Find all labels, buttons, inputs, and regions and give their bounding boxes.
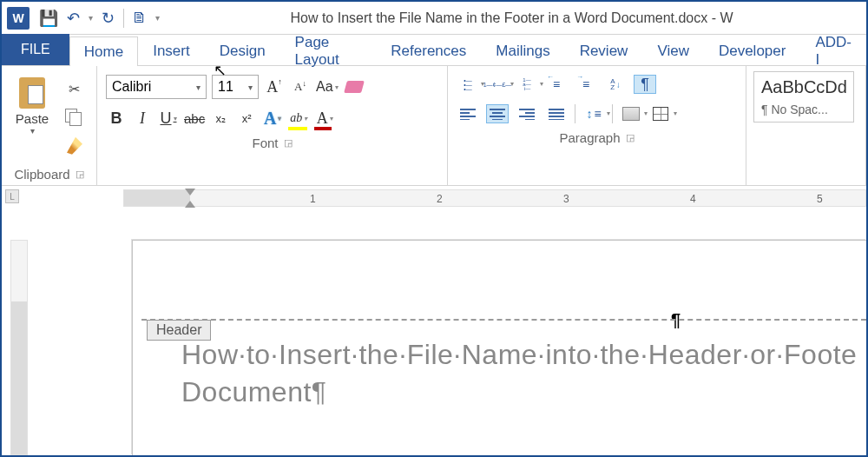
indent-marker-icon[interactable] — [185, 189, 195, 208]
undo-icon[interactable]: ↶ — [61, 6, 85, 30]
font-size-input[interactable] — [213, 76, 242, 98]
font-color-icon[interactable]: A▾ — [314, 108, 335, 129]
style-name-label: ¶ No Spac... — [761, 103, 846, 116]
strikethrough-button[interactable]: abc — [184, 108, 205, 129]
justify-icon[interactable] — [545, 104, 568, 123]
ribbon-tabs: FILE Home Insert Design Page Layout Refe… — [2, 35, 866, 66]
tab-developer[interactable]: Developer — [704, 36, 801, 65]
group-styles: AaBbCcDd ¶ No Spac... — [746, 66, 866, 185]
font-name-combo[interactable]: ▾ — [106, 75, 207, 99]
redo-icon[interactable]: ↻ — [95, 6, 120, 30]
tab-view[interactable]: View — [642, 36, 704, 65]
show-hide-pilcrow-button[interactable]: ¶ — [634, 75, 656, 94]
align-left-icon[interactable] — [457, 104, 479, 123]
tab-mailings[interactable]: Mailings — [481, 36, 564, 65]
window-title: How to Insert the File Name in the Foote… — [162, 10, 861, 26]
header-boundary: Header — [141, 319, 866, 321]
header-line-2: Document¶ — [181, 374, 866, 411]
header-text[interactable]: How·to·Insert·the·File·Name·into·the·Hea… — [181, 336, 866, 411]
increase-indent-icon[interactable] — [575, 75, 597, 94]
save-icon[interactable]: 💾 — [36, 6, 61, 30]
bullets-icon[interactable]: ▾ — [457, 75, 479, 94]
qat-customize-icon[interactable]: ▾ — [152, 6, 162, 30]
copy-icon[interactable] — [62, 106, 85, 129]
superscript-button[interactable]: x — [236, 108, 257, 129]
ruler-tick: 3 — [563, 193, 569, 205]
new-doc-icon[interactable]: 🗎 — [128, 6, 152, 30]
font-size-dropdown-icon[interactable]: ▾ — [242, 83, 258, 92]
undo-dropdown-icon[interactable]: ▾ — [85, 6, 95, 30]
format-painter-icon[interactable] — [62, 135, 85, 157]
cut-icon[interactable]: ✂ — [62, 77, 85, 100]
header-line-1: How·to·Insert·the·File·Name·into·the·Hea… — [181, 336, 866, 374]
text-effects-icon[interactable]: A▾ — [262, 108, 283, 129]
qat-separator — [123, 9, 124, 28]
document-page[interactable]: ¶ Header How·to·Insert·the·File·Name·int… — [132, 240, 866, 455]
shading-icon[interactable]: ▾ — [620, 104, 642, 123]
ruler-top-margin — [11, 301, 27, 454]
font-name-input[interactable] — [107, 76, 190, 98]
ruler-tick: 5 — [817, 193, 823, 205]
ruler-tick: 4 — [690, 193, 696, 205]
group-paragraph: ▾ ▾ ▾ ¶ ▾ ▾ ▾ Paragraph ◲ — [448, 66, 746, 185]
clear-formatting-icon[interactable] — [344, 76, 365, 97]
change-case-label: Aa — [316, 79, 333, 95]
tab-file[interactable]: FILE — [2, 34, 69, 65]
group-label-clipboard: Clipboard — [14, 167, 69, 182]
tab-review[interactable]: Review — [565, 36, 643, 65]
tab-references[interactable]: References — [376, 36, 481, 65]
change-case-button[interactable]: Aa▾ — [316, 76, 339, 97]
paste-button[interactable]: Paste ▾ — [7, 70, 57, 165]
workspace: L 1 2 3 4 5 ¶ Header How·to·Insert·the·F… — [2, 188, 866, 455]
word-app-icon: W — [7, 7, 30, 30]
tab-design[interactable]: Design — [205, 36, 280, 65]
tab-page-layout[interactable]: Page Layout — [280, 36, 377, 65]
paste-icon — [17, 75, 47, 109]
vertical-ruler[interactable] — [10, 240, 28, 455]
group-font: ▾ ▾ A A Aa▾ B I U▾ abc x x A▾ ab▾ — [97, 66, 448, 185]
line-spacing-icon[interactable]: ▾ — [582, 104, 605, 123]
decrease-indent-icon[interactable] — [545, 75, 568, 94]
group-label-paragraph: Paragraph — [559, 130, 620, 145]
grow-font-icon[interactable]: A — [264, 76, 285, 97]
multilevel-list-icon[interactable]: ▾ — [516, 75, 538, 94]
group-label-font: Font — [252, 136, 278, 150]
horizontal-ruler[interactable]: 1 2 3 4 5 — [123, 189, 866, 207]
sort-icon[interactable] — [604, 75, 627, 94]
tab-insert[interactable]: Insert — [138, 36, 205, 65]
ruler-left-margin — [124, 190, 190, 206]
ruler-tick: 2 — [437, 193, 443, 205]
paste-dropdown-icon[interactable]: ▾ — [30, 126, 35, 136]
group-clipboard: Paste ▾ ✂ Clipboard ◲ — [2, 66, 97, 185]
underline-button[interactable]: U▾ — [158, 108, 179, 129]
numbering-icon[interactable]: ▾ — [486, 75, 509, 94]
style-sample-text: AaBbCcDd — [761, 77, 846, 97]
bold-button[interactable]: B — [106, 108, 127, 129]
paste-label: Paste — [16, 111, 49, 126]
highlight-color-icon[interactable]: ab▾ — [288, 108, 309, 129]
align-center-icon[interactable] — [486, 104, 509, 123]
clipboard-launcher-icon[interactable]: ◲ — [76, 169, 84, 180]
style-no-spacing[interactable]: AaBbCcDd ¶ No Spac... — [753, 71, 854, 123]
font-launcher-icon[interactable]: ◲ — [284, 137, 293, 149]
subscript-button[interactable]: x — [210, 108, 231, 129]
font-size-combo[interactable]: ▾ — [212, 75, 259, 99]
shrink-font-icon[interactable]: A — [290, 76, 311, 97]
font-name-dropdown-icon[interactable]: ▾ — [190, 83, 206, 92]
italic-button[interactable]: I — [132, 108, 153, 129]
tab-selector-icon[interactable]: L — [5, 189, 19, 203]
paragraph-launcher-icon[interactable]: ◲ — [626, 132, 635, 143]
tab-home[interactable]: Home — [69, 36, 138, 66]
ruler-tick: 1 — [310, 193, 316, 205]
align-right-icon[interactable] — [516, 104, 538, 123]
borders-icon[interactable]: ▾ — [649, 104, 672, 123]
ribbon: Paste ▾ ✂ Clipboard ◲ ▾ ▾ — [2, 66, 866, 186]
title-bar: W 💾 ↶ ▾ ↻ 🗎 ▾ How to Insert the File Nam… — [2, 2, 866, 35]
tab-add-ins[interactable]: ADD-I — [800, 36, 866, 65]
